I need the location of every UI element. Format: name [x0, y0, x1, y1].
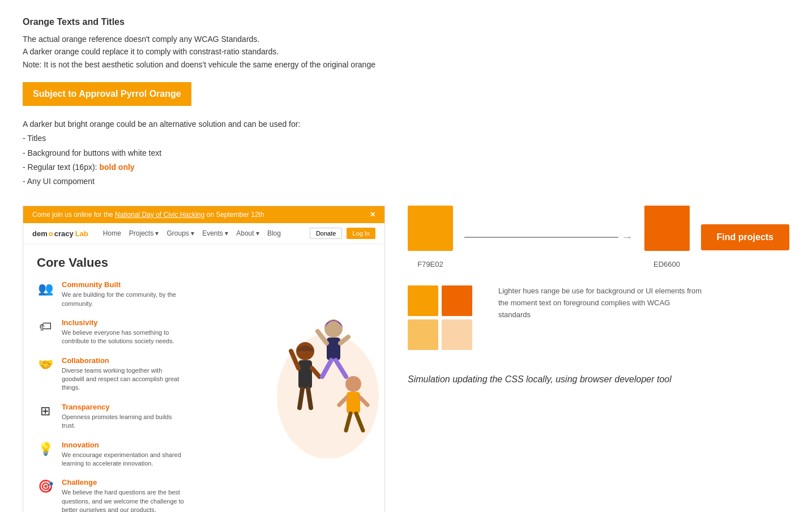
desc-line1: The actual orange reference doesn't comp…	[23, 33, 789, 45]
section-title: Orange Texts and Titles	[23, 17, 789, 27]
usage-item2: - Background for buttons with white text	[23, 146, 789, 160]
lighter-swatch-2	[442, 285, 472, 316]
svg-line-5	[300, 389, 302, 408]
mockup-inner: Core Values 👥 Community Built We are bui…	[23, 244, 384, 512]
mockup-logo: democracyLab	[32, 229, 88, 238]
core-values-list: 👥 Community Built We are building for th…	[37, 280, 258, 512]
find-projects-button[interactable]: Find projects	[701, 224, 789, 250]
mockup-nav-links: Home Projects ▾ Groups ▾ Events ▾ About …	[103, 229, 301, 237]
desc-line2: A darker orange could replace it to comp…	[23, 45, 789, 58]
svg-rect-2	[298, 360, 312, 389]
nav-blog[interactable]: Blog	[267, 229, 281, 237]
value-text: Challenge We believe the hard questions …	[62, 478, 186, 512]
desc-line3: Note: It is not the best aesthetic solut…	[23, 58, 789, 71]
approval-box: Subject to Approval Pyrrol Orange	[23, 82, 191, 106]
mockup-banner: Come join us online for the National Day…	[23, 206, 384, 223]
nav-projects[interactable]: Projects ▾	[129, 229, 159, 237]
nav-home[interactable]: Home	[103, 229, 121, 237]
banner-close-button[interactable]: ✕	[370, 211, 375, 219]
value-text: Community Built We are building for the …	[62, 280, 186, 308]
mockup-content: Core Values 👥 Community Built We are bui…	[23, 244, 271, 512]
svg-rect-8	[327, 338, 340, 360]
lighter-swatch-3	[408, 319, 438, 350]
core-values-title: Core Values	[37, 255, 258, 270]
section-desc: The actual orange reference doesn't comp…	[23, 33, 789, 71]
demo-container: Come join us online for the National Day…	[23, 206, 789, 512]
swatch-comparison-row: F79E02 → ED6600 Find projects	[408, 206, 789, 268]
value-title: Challenge	[62, 478, 186, 487]
usage-item4: - Any UI compoment	[23, 174, 789, 189]
login-button[interactable]: Log In	[347, 228, 375, 239]
approval-box-title: Subject to Approval Pyrrol Orange	[33, 89, 181, 99]
value-desc: Diverse teams working together with good…	[62, 366, 186, 392]
simulation-label: Simulation updating the CSS locally, usi…	[408, 373, 789, 386]
nav-events[interactable]: Events ▾	[202, 229, 228, 237]
mockup-navbar: democracyLab Home Projects ▾ Groups ▾ Ev…	[23, 223, 384, 244]
value-item: 👥 Community Built We are building for th…	[37, 280, 258, 308]
darker-swatch	[644, 206, 690, 251]
value-item: 🤝 Collaboration Diverse teams working to…	[37, 356, 258, 392]
value-title: Collaboration	[62, 356, 186, 365]
usage-item1: - Titles	[23, 131, 789, 146]
lighter-swatch-1	[408, 285, 438, 316]
value-desc: Openness promotes learning and builds tr…	[62, 413, 186, 430]
svg-rect-14	[347, 392, 360, 413]
svg-point-13	[345, 376, 361, 392]
donate-button[interactable]: Donate	[310, 228, 342, 239]
value-title: Inclusivity	[62, 318, 186, 327]
lighter-swatches	[408, 285, 476, 350]
nav-groups[interactable]: Groups ▾	[167, 229, 195, 237]
svg-line-6	[308, 389, 311, 408]
lighter-hues-desc: Lighter hues range be use for background…	[498, 285, 702, 321]
value-icon: 🎯	[37, 479, 54, 494]
value-item: ⊞ Transparency Openness promotes learnin…	[37, 403, 258, 430]
mockup-nav-actions: Donate Log In	[310, 228, 375, 239]
value-item: 🏷 Inclusivity We believe everyone has so…	[37, 318, 258, 346]
lighter-hues-row: Lighter hues range be use for background…	[408, 285, 789, 350]
value-text: Inclusivity We believe everyone has some…	[62, 318, 186, 346]
value-item: 💡 Innovation We encourage experimentatio…	[37, 441, 258, 468]
banner-text: Come join us online for the National Day…	[32, 211, 264, 219]
bold-only-label: bold only	[99, 163, 134, 172]
value-icon: 👥	[37, 281, 54, 296]
original-swatch-group: F79E02	[408, 206, 453, 268]
value-title: Community Built	[62, 280, 186, 289]
value-icon: 🏷	[37, 319, 54, 334]
usage-intro: A darker but bright orange could be an a…	[23, 117, 789, 131]
lighter-swatch-4	[442, 319, 472, 350]
darker-swatch-label: ED6600	[653, 260, 680, 268]
value-icon: ⊞	[37, 404, 54, 419]
website-mockup: Come join us online for the National Day…	[23, 206, 385, 512]
value-title: Innovation	[62, 441, 186, 449]
value-desc: We believe the hard questions are the be…	[62, 488, 186, 512]
value-text: Collaboration Diverse teams working toge…	[62, 356, 186, 392]
value-icon: 🤝	[37, 357, 54, 372]
usage-description: A darker but bright orange could be an a…	[23, 117, 789, 189]
section-orange-texts: Orange Texts and Titles The actual orang…	[23, 17, 789, 71]
color-panel: F79E02 → ED6600 Find projects	[408, 206, 789, 386]
value-text: Innovation We encourage experimentation …	[62, 441, 186, 468]
simulation-text: Simulation updating the CSS locally, usi…	[408, 373, 789, 386]
value-desc: We encourage experimentation and shared …	[62, 451, 186, 468]
value-desc: We are building for the community, by th…	[62, 291, 186, 308]
nav-about[interactable]: About ▾	[236, 229, 259, 237]
value-title: Transparency	[62, 403, 186, 411]
banner-link[interactable]: National Day of Civic Hacking	[115, 211, 204, 219]
original-swatch-label: F79E02	[417, 260, 443, 268]
darker-swatch-group: ED6600	[644, 206, 690, 268]
mockup-illustration	[271, 244, 384, 512]
arrow: →	[464, 231, 633, 244]
mockup-content-left: Core Values 👥 Community Built We are bui…	[23, 244, 271, 512]
value-desc: We believe everyone has something to con…	[62, 328, 186, 346]
usage-item3: - Regular text (16px): bold only	[23, 160, 789, 174]
value-icon: 💡	[37, 442, 54, 456]
lighter-hues-section: Lighter hues range be use for background…	[408, 285, 789, 350]
arrow-icon: →	[622, 231, 633, 244]
original-swatch	[408, 206, 453, 251]
value-item: 🎯 Challenge We believe the hard question…	[37, 478, 258, 512]
value-text: Transparency Openness promotes learning …	[62, 403, 186, 430]
svg-point-7	[324, 319, 343, 338]
